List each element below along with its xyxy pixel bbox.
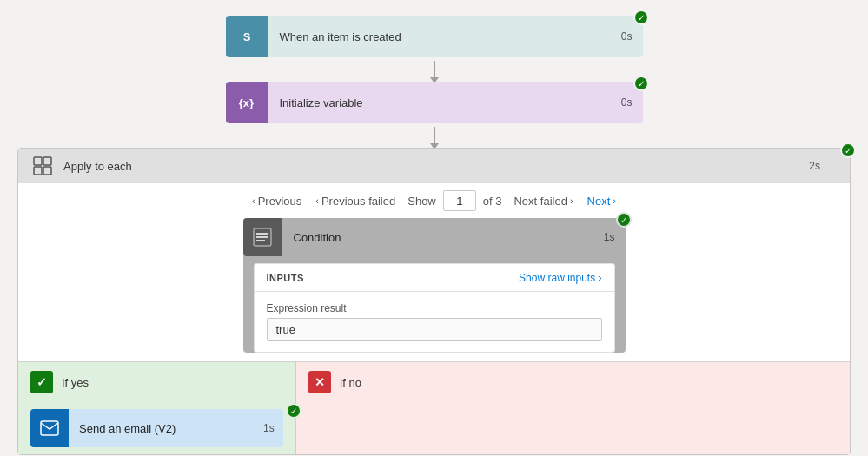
apply-each-header[interactable]: Apply to each 2s ✓ [18,149,850,183]
previous-failed-button[interactable]: ‹ Previous failed [310,193,401,209]
if-no-header: ✕ If no [296,362,850,402]
condition-icon [243,218,282,256]
pagination-bar: ‹ Previous ‹ Previous failed Show of 3 N… [18,183,850,218]
trigger-time: 0s [611,30,643,43]
next-failed-chevron-icon: › [570,195,573,206]
apply-each-time: 2s [809,160,838,172]
variable-success-badge: ✓ [633,76,649,91]
next-button[interactable]: Next › [582,193,621,209]
page-input[interactable] [443,190,476,211]
svg-rect-3 [43,157,51,165]
expression-label: Expression result [267,302,602,314]
inputs-header: INPUTS Show raw inputs › [255,264,614,292]
svg-rect-4 [34,167,42,175]
arrow-1 [17,57,851,82]
apply-each-success-badge: ✓ [840,142,856,158]
apply-each-container: Apply to each 2s ✓ ‹ Previous ‹ Previous… [17,148,851,455]
trigger-label: When an item is created [268,30,611,43]
apply-each-label: Apply to each [63,160,132,173]
next-chevron-icon: › [613,195,616,206]
next-failed-label: Next failed [514,195,567,208]
no-icon: ✕ [308,371,331,393]
trigger-step[interactable]: S When an item is created 0s [226,16,643,57]
svg-rect-10 [41,421,58,435]
next-label: Next [587,195,611,208]
trigger-icon: S [226,16,268,57]
variable-label: Initialize variable [268,96,611,109]
inputs-title: INPUTS [267,273,304,283]
apply-each-icon [30,154,55,178]
condition-label: Condition [282,231,354,244]
inputs-body: Expression result true [255,292,614,352]
previous-button[interactable]: ‹ Previous [247,193,307,209]
branch-row: ✓ If yes Send an email (V2) 1s [18,361,850,454]
yes-icon: ✓ [30,371,53,393]
main-canvas: S When an item is created 0s ✓ {x} Initi… [0,0,868,456]
show-raw-inputs-button[interactable]: Show raw inputs › [519,271,601,284]
previous-failed-chevron-icon: ‹ [315,195,319,206]
next-failed-button[interactable]: Next failed › [508,193,578,209]
condition-time: 1s [593,231,626,243]
variable-icon: {x} [226,82,268,123]
svg-rect-5 [43,167,51,175]
previous-chevron-icon: ‹ [252,195,255,206]
variable-time: 0s [611,96,643,109]
previous-label: Previous [258,195,302,208]
show-raw-label: Show raw inputs [519,272,595,284]
svg-text:S: S [242,30,250,43]
branch-yes: ✓ If yes Send an email (V2) 1s [18,362,296,454]
condition-step[interactable]: Condition 1s ✓ INPUTS Show raw inputs › … [243,218,626,353]
email-step[interactable]: Send an email (V2) 1s [30,409,283,447]
if-yes-header: ✓ If yes [18,362,295,402]
svg-rect-2 [34,157,42,165]
if-no-label: If no [340,376,361,389]
condition-success-badge: ✓ [616,212,632,228]
email-success-badge: ✓ [286,403,301,419]
inputs-panel: INPUTS Show raw inputs › Expression resu… [254,263,615,353]
show-raw-chevron-icon: › [598,271,601,284]
trigger-success-badge: ✓ [633,10,649,25]
previous-failed-label: Previous failed [321,195,395,208]
expression-value: true [267,318,602,341]
show-label: Show [404,195,440,208]
total-pages: of 3 [480,195,506,208]
email-label: Send an email (V2) [69,422,255,435]
email-time: 1s [255,422,283,434]
variable-step[interactable]: {x} Initialize variable 0s [226,82,643,123]
email-icon [30,409,69,447]
if-yes-label: If yes [62,376,89,389]
arrow-2 [17,123,851,148]
branch-no: ✕ If no [296,362,850,454]
